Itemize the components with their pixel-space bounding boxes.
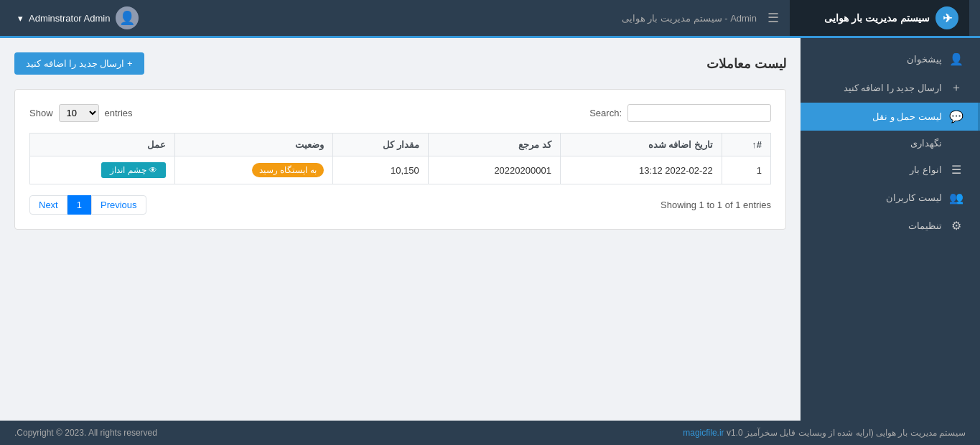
- footer-left: Copyright © 2023. All rights reserved.: [14, 428, 157, 438]
- layout: 👤 پیشخوان ＋ ارسال جدید را اضافه کنید 💬 ل…: [0, 38, 980, 421]
- col-status: وضعیت: [175, 134, 333, 156]
- user-name: Adminstrator Admin: [29, 13, 110, 24]
- chat-icon: 💬: [949, 110, 963, 123]
- page-1-button[interactable]: 1: [67, 195, 91, 215]
- footer: سیستم مدیریت بار هوایی (ارایه شده از وبس…: [0, 421, 980, 445]
- cell-total: 10,150: [332, 156, 428, 184]
- cell-id: 1: [722, 156, 770, 184]
- col-total: مقدار کل: [332, 134, 428, 156]
- next-button[interactable]: Next: [29, 195, 67, 215]
- logo-icon: ✈: [935, 6, 958, 29]
- cell-ref: 20220200001: [428, 156, 560, 184]
- navbar-brand: ✈ سیستم مدیریت بار هوایی: [790, 0, 969, 36]
- user-menu[interactable]: 👤 Adminstrator Admin ▾: [18, 6, 139, 29]
- navbar-middle: ☰ Admin - سیستم مدیریت بار هوایی: [139, 10, 790, 26]
- sidebar-item-label: تنظیمات: [908, 220, 942, 231]
- data-table: #↑ تاریخ اضافه شده کد مرجع مقدار کل وضعی…: [29, 133, 771, 184]
- sidebar: 👤 پیشخوان ＋ ارسال جدید را اضافه کنید 💬 ل…: [801, 38, 980, 421]
- avatar: 👤: [116, 6, 139, 29]
- copyright: Copyright © 2023.: [17, 428, 86, 438]
- grid-icon: ☰: [949, 163, 963, 177]
- version: v1.0: [727, 428, 743, 438]
- sidebar-item-label: ارسال جدید را اضافه کنید: [844, 83, 942, 93]
- footer-link[interactable]: magicfile.ir: [683, 428, 724, 438]
- previous-button[interactable]: Previous: [91, 195, 146, 215]
- brand-name: سیستم مدیریت بار هوایی: [824, 12, 930, 24]
- gear-icon: ⚙: [949, 219, 963, 233]
- pagination-info: Showing 1 to 1 of 1 entries: [661, 200, 771, 210]
- user-icon: 👤: [949, 52, 963, 66]
- table-header-row: #↑ تاریخ اضافه شده کد مرجع مقدار کل وضعی…: [30, 134, 771, 156]
- sidebar-item-users[interactable]: 👥 لیست کاربران: [801, 184, 980, 212]
- cell-status: به ایستگاه رسید: [175, 156, 333, 184]
- sidebar-item-label: انواع بار: [910, 164, 942, 175]
- col-hash: #↑: [722, 134, 770, 156]
- cell-date: 2022-02-22 13:12: [560, 156, 722, 184]
- search-input[interactable]: [627, 104, 771, 122]
- search-label: :Search: [589, 108, 622, 118]
- chevron-down-icon: ▾: [18, 13, 23, 24]
- col-action: عمل: [30, 134, 175, 156]
- users-icon: 👥: [949, 191, 963, 205]
- sidebar-item-inbox[interactable]: 👤 پیشخوان: [801, 45, 980, 73]
- navbar: ✈ سیستم مدیریت بار هوایی ☰ Admin - سیستم…: [0, 0, 980, 36]
- cell-action[interactable]: 👁 چشم انداز: [30, 156, 175, 184]
- add-new-button[interactable]: + ارسال جدید را اضافه کنید: [14, 52, 144, 75]
- sidebar-item-add-new[interactable]: ＋ ارسال جدید را اضافه کنید: [801, 73, 980, 103]
- page-title: لیست معاملات: [706, 56, 786, 72]
- entries-label: entries: [105, 108, 133, 118]
- data-card: Show 10 25 50 100 entries :Search: [14, 89, 786, 230]
- search-box: :Search: [589, 104, 771, 122]
- sidebar-item-label: لیست کاربران: [886, 192, 942, 203]
- show-entries: Show 10 25 50 100 entries: [29, 104, 133, 122]
- sidebar-toggle-button[interactable]: ☰: [767, 10, 779, 26]
- show-label: Show: [29, 108, 53, 118]
- navbar-subtitle: Admin - سیستم مدیریت بار هوایی: [622, 13, 757, 24]
- sidebar-item-label: نگهداری: [910, 138, 942, 149]
- plus-icon: ＋: [949, 80, 963, 95]
- col-date: تاریخ اضافه شده: [560, 134, 722, 156]
- pagination: Next 1 Previous: [29, 195, 146, 215]
- table-controls: Show 10 25 50 100 entries :Search: [29, 104, 771, 122]
- sidebar-item-transport[interactable]: 💬 لیست حمل و نقل: [801, 103, 980, 131]
- pagination-area: Next 1 Previous Showing 1 to 1 of 1 entr…: [29, 195, 771, 215]
- footer-right: سیستم مدیریت بار هوایی (ارایه شده از وبس…: [683, 428, 966, 438]
- sidebar-item-label: پیشخوان: [907, 54, 942, 65]
- table-row: 1 2022-02-22 13:12 20220200001 10,150 به…: [30, 156, 771, 184]
- system-text: سیستم مدیریت بار هوایی (ارایه شده از وبس…: [745, 428, 966, 438]
- page-header: لیست معاملات + ارسال جدید را اضافه کنید: [14, 52, 786, 75]
- view-button[interactable]: 👁 چشم انداز: [101, 162, 166, 178]
- sidebar-item-settings[interactable]: ⚙ تنظیمات: [801, 212, 980, 240]
- sidebar-item-cargo-types[interactable]: ☰ انواع بار: [801, 156, 980, 184]
- col-ref: کد مرجع: [428, 134, 560, 156]
- main-content: لیست معاملات + ارسال جدید را اضافه کنید …: [0, 38, 801, 421]
- status-badge: به ایستگاه رسید: [252, 163, 324, 177]
- entries-select[interactable]: 10 25 50 100: [59, 104, 99, 122]
- sidebar-item-maintenance[interactable]: نگهداری: [801, 131, 980, 156]
- sidebar-item-label: لیست حمل و نقل: [872, 111, 942, 122]
